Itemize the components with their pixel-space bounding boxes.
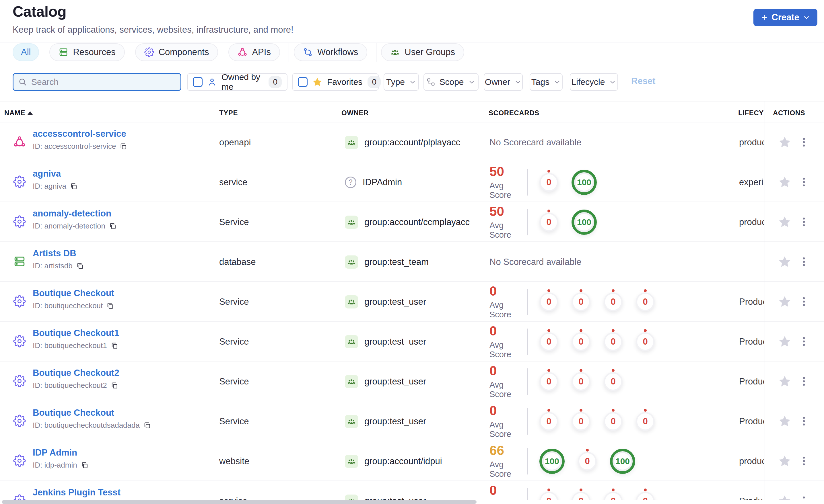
favorite-star-icon[interactable]	[778, 136, 791, 149]
row-menu-icon[interactable]	[798, 256, 810, 267]
search-input[interactable]	[31, 77, 176, 87]
table-row: Boutique Checkout ID: boutiquecheckoutds…	[0, 401, 824, 441]
copy-icon[interactable]	[110, 382, 118, 390]
tab-user-groups[interactable]: User Groups	[381, 43, 464, 61]
scorecard-badge: 100	[539, 449, 564, 474]
copy-icon[interactable]	[81, 461, 89, 469]
owned-by-me-checkbox[interactable]	[193, 77, 203, 87]
column-header-scorecards[interactable]: SCORECARDS	[489, 109, 539, 117]
chevron-down-icon	[409, 78, 416, 86]
scorecard-badges: 0100	[539, 210, 597, 235]
copy-icon[interactable]	[143, 421, 151, 429]
entity-name-link[interactable]: Boutique Checkout	[33, 288, 114, 298]
scorecard-badge: 0	[539, 412, 558, 431]
copy-icon[interactable]	[76, 262, 84, 270]
owner-label: group:test_team	[365, 257, 429, 267]
no-scorecard-label: No Scorecard available	[490, 242, 582, 282]
horizontal-scrollbar[interactable]	[0, 500, 824, 504]
copy-icon[interactable]	[70, 182, 78, 191]
column-header-lifecycle[interactable]: LIFECYC	[738, 109, 763, 117]
scorecard-badge: 0	[572, 492, 591, 500]
group-badge-icon	[345, 216, 358, 229]
tab-apis[interactable]: APIs	[228, 43, 280, 61]
name-column-divider	[214, 101, 214, 500]
tab-workflows[interactable]: Workflows	[294, 43, 367, 61]
tab-label: All	[21, 47, 31, 57]
dropdown-label: Owner	[485, 77, 510, 87]
entity-name-link[interactable]: accesscontrol-service	[33, 129, 126, 139]
row-menu-icon[interactable]	[798, 176, 810, 188]
type-cell: service	[219, 481, 247, 500]
column-header-name[interactable]: NAME	[4, 109, 33, 117]
lifecycle-cell: produc	[739, 202, 764, 242]
entity-name-link[interactable]: agniva	[33, 168, 61, 179]
owner-label: group:test_user	[365, 337, 426, 347]
favorite-star-icon[interactable]	[778, 494, 791, 500]
tab-resources[interactable]: Resources	[49, 43, 124, 61]
table-row: anomaly-detection ID: anomaly-detection …	[0, 202, 824, 242]
entity-name-link[interactable]: Boutique Checkout2	[33, 368, 119, 378]
row-menu-icon[interactable]	[798, 136, 810, 148]
entity-name-link[interactable]: IDP Admin	[33, 448, 77, 458]
column-header-owner[interactable]: OWNER	[341, 109, 369, 117]
create-button[interactable]: Create	[753, 9, 817, 26]
score-divider	[527, 289, 528, 315]
owned-by-me-filter[interactable]: Owned by me 0	[187, 73, 288, 91]
copy-icon[interactable]	[109, 222, 117, 230]
entity-name-link[interactable]: Jenkins Plugin Tesst	[33, 487, 120, 498]
entity-name-link[interactable]: Artists DB	[33, 248, 76, 259]
entity-id: ID: boutiquecheckout	[33, 301, 103, 310]
person-icon	[207, 77, 217, 87]
scope-dropdown[interactable]: Scope	[423, 73, 479, 91]
entity-name-link[interactable]: anomaly-detection	[33, 209, 111, 219]
column-header-type[interactable]: TYPE	[219, 109, 238, 117]
favorite-star-icon[interactable]	[778, 414, 791, 428]
tab-all[interactable]: All	[13, 43, 39, 61]
owner-dropdown[interactable]: Owner	[484, 73, 523, 91]
tab-components[interactable]: Components	[135, 43, 218, 61]
type-cell: Service	[219, 362, 249, 401]
group-badge-icon	[345, 136, 358, 149]
copy-icon[interactable]	[119, 142, 127, 150]
reset-filters-button[interactable]: Reset	[631, 76, 655, 86]
favorite-star-icon[interactable]	[778, 255, 791, 268]
lifecycle-dropdown[interactable]: Lifecycle	[570, 73, 618, 91]
type-cell: service	[219, 162, 247, 202]
copy-icon[interactable]	[106, 302, 114, 310]
favorite-star-icon[interactable]	[778, 375, 791, 388]
row-menu-icon[interactable]	[798, 376, 810, 387]
scorecard-badge: 0	[636, 332, 655, 351]
entity-name-link[interactable]: Boutique Checkout1	[33, 328, 119, 338]
favorites-checkbox[interactable]	[298, 77, 308, 87]
row-menu-icon[interactable]	[798, 455, 810, 467]
row-menu-icon[interactable]	[798, 495, 810, 500]
favorite-star-icon[interactable]	[778, 295, 791, 308]
row-menu-icon[interactable]	[798, 336, 810, 347]
owner-label: group:account/ccmplayacc	[365, 217, 470, 227]
table-header: NAME TYPE OWNER SCORECARDS LIFECYC ACTIO…	[0, 101, 824, 122]
scorecard-badge: 0	[572, 332, 591, 351]
plus-icon	[760, 14, 768, 21]
avg-score-value: 0	[490, 364, 527, 377]
no-scorecard-label: No Scorecard available	[490, 122, 582, 162]
favorites-filter[interactable]: Favorites 0	[292, 73, 379, 91]
horizontal-scrollbar-thumb[interactable]	[2, 500, 477, 504]
favorite-star-icon[interactable]	[778, 455, 791, 468]
type-cell: database	[219, 242, 256, 282]
table-row: Boutique Checkout2 ID: boutiquecheckout2…	[0, 362, 824, 401]
favorite-star-icon[interactable]	[778, 175, 791, 188]
type-dropdown[interactable]: Type	[384, 73, 419, 91]
row-menu-icon[interactable]	[798, 296, 810, 307]
entity-name-link[interactable]: Boutique Checkout	[33, 408, 114, 418]
owner-cell: group:account/idpui	[345, 441, 442, 481]
scorecard-badge: 0	[539, 292, 558, 311]
row-menu-icon[interactable]	[798, 415, 810, 427]
search-box[interactable]	[13, 73, 181, 91]
copy-icon[interactable]	[110, 342, 118, 350]
scorecard-badges: 0100	[539, 170, 597, 195]
row-menu-icon[interactable]	[798, 216, 810, 228]
favorite-star-icon[interactable]	[778, 215, 791, 229]
tags-dropdown[interactable]: Tags	[530, 73, 562, 91]
avg-score-value: 50	[490, 205, 527, 218]
favorite-star-icon[interactable]	[778, 335, 791, 348]
